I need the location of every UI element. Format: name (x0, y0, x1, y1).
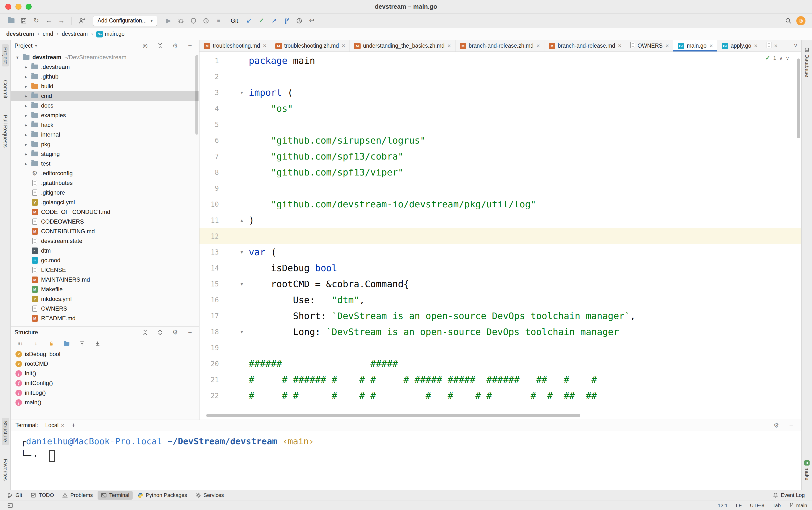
tree-item-cmd[interactable]: ▸cmd (11, 91, 199, 101)
editor-tab-troubleshooting-zh-md[interactable]: Mtroubleshooting.zh.md× (271, 40, 350, 52)
zoom-button[interactable] (26, 4, 32, 10)
tree-item-github[interactable]: ▸.github (11, 72, 199, 81)
chevron-right-icon[interactable]: ▸ (22, 74, 30, 80)
breadcrumb-item-devstream[interactable]: devstream (62, 31, 88, 37)
fold-marker-icon[interactable]: ▾ (241, 329, 243, 335)
branch-star-icon[interactable] (281, 16, 292, 26)
chevron-right-icon[interactable]: ▸ (22, 113, 30, 118)
locate-icon[interactable]: ◎ (140, 40, 150, 51)
terminal-tab-local[interactable]: Local × (43, 421, 66, 430)
chevron-right-icon[interactable]: ▸ (22, 142, 30, 147)
fold-marker-icon[interactable]: ▾ (241, 90, 243, 95)
editor-tab-branch-and-release-md[interactable]: Mbranch-and-release.md× (544, 40, 626, 52)
tree-item-staging[interactable]: ▸staging (11, 149, 199, 159)
collapse-all-icon[interactable] (155, 40, 166, 51)
status-utf-8[interactable]: UTF-8 (750, 503, 764, 508)
tree-item-dtm[interactable]: >_dtm (11, 246, 199, 255)
tree-item-pkg[interactable]: ▸pkg (11, 139, 199, 149)
profiler-icon[interactable] (201, 16, 211, 26)
tool-window-button-commit[interactable]: Commit (2, 77, 9, 101)
tree-item-test[interactable]: ▸test (11, 159, 199, 168)
code-line-22[interactable]: 22# # # # # # # # # # # # ## ## (200, 388, 801, 404)
scroll-to-source-icon[interactable] (92, 338, 103, 349)
history-icon[interactable] (294, 16, 305, 26)
chevron-right-icon[interactable]: ▸ (22, 151, 30, 157)
open-folder-icon[interactable] (6, 16, 17, 26)
chevron-right-icon[interactable]: ▸ (22, 84, 30, 89)
code-line-3[interactable]: 3▾import ( (200, 85, 801, 101)
structure-panel-title[interactable]: Structure (14, 329, 38, 336)
status-12-1[interactable]: 12:1 (718, 503, 728, 508)
close-button[interactable] (5, 4, 11, 10)
editor-horizontal-scrollbar[interactable] (206, 414, 580, 417)
code-line-1[interactable]: 1package main (200, 53, 801, 69)
tool-window-bar-services[interactable]: Services (192, 491, 227, 500)
tree-item-go-mod[interactable]: mgo.mod (11, 255, 199, 265)
settings-icon[interactable]: ⚙ (170, 327, 180, 338)
tool-window-button-structure[interactable]: Structure (2, 418, 9, 445)
breadcrumb-item-main-go[interactable]: Gomain.go (96, 30, 125, 38)
code-line-6[interactable]: 6 "github.com/sirupsen/logrus" (200, 133, 801, 148)
settings-icon[interactable]: ⚙ (170, 40, 180, 51)
code-line-2[interactable]: 2 (200, 69, 801, 85)
push-icon[interactable]: ↗ (269, 16, 279, 26)
settings-icon[interactable]: ⚙ (771, 420, 782, 431)
tool-window-button-database[interactable]: Database (803, 44, 811, 80)
code-line-7[interactable]: 7 "github.com/spf13/cobra" (200, 148, 801, 164)
search-icon[interactable] (783, 16, 794, 26)
code-line-8[interactable]: 8 "github.com/spf13/viper" (200, 164, 801, 180)
save-all-icon[interactable] (18, 16, 29, 26)
tree-item-license[interactable]: LICENSE (11, 265, 199, 275)
tree-item-makefile[interactable]: MMakefile (11, 284, 199, 294)
code-line-15[interactable]: 15▾ rootCMD = &cobra.Command{ (200, 276, 801, 292)
chevron-right-icon[interactable]: ▸ (22, 132, 30, 138)
tree-item-maintainers-md[interactable]: MMAINTAINERS.md (11, 275, 199, 284)
fold-marker-icon[interactable]: ▾ (241, 281, 243, 287)
next-problem-icon[interactable]: ∨ (786, 55, 789, 61)
group-by-icon[interactable] (61, 338, 72, 349)
expand-all-icon[interactable] (155, 327, 166, 338)
tab-close-icon[interactable]: × (709, 42, 713, 49)
structure-item-initconfig[interactable]: finitConfig() (11, 378, 199, 388)
close-icon[interactable]: × (61, 422, 64, 429)
project-scrollbar[interactable] (196, 55, 198, 135)
tab-close-icon[interactable]: × (774, 42, 778, 49)
tree-item-golangci-yml[interactable]: Y.golangci.yml (11, 197, 199, 207)
code-line-11[interactable]: 11▴) (200, 212, 801, 228)
scroll-from-source-icon[interactable] (77, 338, 87, 349)
sync-icon[interactable]: ↻ (31, 16, 41, 26)
code-line-18[interactable]: 18▾ Long: `DevStream is an open-source D… (200, 324, 801, 340)
tool-window-switcher-icon[interactable] (5, 500, 16, 510)
code-line-16[interactable]: 16 Use: "dtm", (200, 292, 801, 308)
chevron-right-icon[interactable]: ▸ (22, 93, 30, 99)
tree-item-hack[interactable]: ▸hack (11, 120, 199, 130)
breadcrumb-item-cmd[interactable]: cmd (43, 31, 53, 37)
tool-window-bar-todo[interactable]: TODO (27, 491, 57, 500)
tree-item-contributing-md[interactable]: MCONTRIBUTING.md (11, 226, 199, 236)
editor-tab-main-go[interactable]: Gomain.go× (673, 40, 717, 52)
code-line-12[interactable]: 12 (200, 228, 801, 244)
tree-item-examples[interactable]: ▸examples (11, 110, 199, 120)
project-panel-title[interactable]: Project (14, 42, 33, 49)
commit-icon[interactable]: ✓ (256, 16, 267, 26)
hide-icon[interactable]: − (185, 40, 196, 51)
tool-window-bar-python-packages[interactable]: Python Packages (134, 491, 190, 500)
structure-item-main[interactable]: fmain() (11, 398, 199, 407)
editor-tab-owners[interactable]: OWNERS× (626, 40, 673, 52)
rollback-icon[interactable]: ↩ (306, 16, 317, 26)
code-line-17[interactable]: 17 Short: `DevStream is an open-source D… (200, 308, 801, 324)
code-line-19[interactable]: 19 (200, 340, 801, 356)
tree-item-code-of-conduct-md[interactable]: MCODE_OF_CONDUCT.md (11, 207, 199, 217)
tab-close-icon[interactable]: × (448, 42, 451, 49)
stop-icon[interactable]: ■ (213, 16, 224, 26)
tree-item-gitignore[interactable]: .gitignore (11, 188, 199, 197)
sort-visibility-icon[interactable]: ↕ (30, 338, 41, 349)
tree-item-devstream-state[interactable]: devstream.state (11, 236, 199, 246)
tool-window-button-make[interactable]: Mmake (803, 457, 811, 483)
fold-marker-icon[interactable]: ▴ (241, 217, 243, 223)
tab-close-icon[interactable]: × (536, 42, 540, 49)
tab-close-icon[interactable]: × (618, 42, 622, 49)
fold-marker-icon[interactable]: ▾ (241, 249, 243, 255)
new-terminal-button[interactable]: + (71, 422, 76, 429)
tool-window-button-pull-requests[interactable]: Pull Requests (2, 112, 9, 150)
